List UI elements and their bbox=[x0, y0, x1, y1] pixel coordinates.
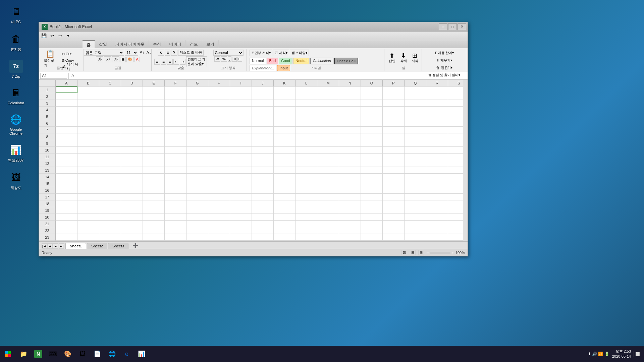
cell-F12[interactable] bbox=[165, 160, 186, 167]
cell-C16[interactable] bbox=[99, 187, 121, 194]
page-break-view-button[interactable]: ⊞ bbox=[418, 250, 424, 255]
cell-M9[interactable] bbox=[317, 140, 339, 147]
cell-P5[interactable] bbox=[383, 113, 405, 120]
cell-O11[interactable] bbox=[361, 154, 383, 160]
cell-N19[interactable] bbox=[339, 207, 361, 214]
cell-H20[interactable] bbox=[208, 214, 230, 221]
cell-G2[interactable] bbox=[186, 93, 208, 100]
col-header-O[interactable]: O bbox=[361, 80, 383, 86]
cell-H15[interactable] bbox=[208, 180, 230, 187]
cell-D6[interactable] bbox=[121, 120, 143, 127]
currency-button[interactable]: W bbox=[214, 56, 220, 62]
cell-I15[interactable] bbox=[230, 180, 252, 187]
cell-R3[interactable] bbox=[426, 100, 448, 107]
cell-M7[interactable] bbox=[317, 127, 339, 133]
cell-K7[interactable] bbox=[274, 127, 296, 133]
cell-A22[interactable] bbox=[56, 227, 77, 234]
cell-C4[interactable] bbox=[99, 107, 121, 113]
cell-O23[interactable] bbox=[361, 234, 383, 241]
cell-D22[interactable] bbox=[121, 227, 143, 234]
cell-B22[interactable] bbox=[77, 227, 99, 234]
cell-E3[interactable] bbox=[143, 100, 165, 107]
cell-L19[interactable] bbox=[296, 207, 317, 214]
cell-J15[interactable] bbox=[252, 180, 274, 187]
cell-K5[interactable] bbox=[274, 113, 296, 120]
cell-K6[interactable] bbox=[274, 120, 296, 127]
cell-H18[interactable] bbox=[208, 200, 230, 207]
cell-O14[interactable] bbox=[361, 174, 383, 180]
cell-N14[interactable] bbox=[339, 174, 361, 180]
cell-P2[interactable] bbox=[383, 93, 405, 100]
zoom-slider[interactable] bbox=[430, 252, 450, 254]
cell-P4[interactable] bbox=[383, 107, 405, 113]
cell-J17[interactable] bbox=[252, 194, 274, 200]
cell-R14[interactable] bbox=[426, 174, 448, 180]
cell-C20[interactable] bbox=[99, 214, 121, 221]
cell-J9[interactable] bbox=[252, 140, 274, 147]
cell-C13[interactable] bbox=[99, 167, 121, 174]
cell-K1[interactable] bbox=[274, 86, 296, 93]
tab-review[interactable]: 검토 bbox=[186, 40, 202, 48]
cell-C10[interactable] bbox=[99, 147, 121, 154]
cell-K8[interactable] bbox=[274, 133, 296, 140]
cell-N2[interactable] bbox=[339, 93, 361, 100]
taskbar-chrome2[interactable]: 🌐 bbox=[105, 346, 119, 362]
style-bad-button[interactable]: Bad bbox=[267, 58, 278, 64]
cell-I10[interactable] bbox=[230, 147, 252, 154]
cell-D20[interactable] bbox=[121, 214, 143, 221]
cell-C23[interactable] bbox=[99, 234, 121, 241]
cell-P8[interactable] bbox=[383, 133, 405, 140]
cell-B13[interactable] bbox=[77, 167, 99, 174]
cell-Q1[interactable] bbox=[405, 86, 426, 93]
cell-Q4[interactable] bbox=[405, 107, 426, 113]
cell-C8[interactable] bbox=[99, 133, 121, 140]
cell-K14[interactable] bbox=[274, 174, 296, 180]
normal-view-button[interactable]: ⊡ bbox=[401, 250, 407, 255]
cell-F15[interactable] bbox=[165, 180, 186, 187]
col-header-E[interactable]: E bbox=[143, 80, 165, 86]
cell-C3[interactable] bbox=[99, 100, 121, 107]
taskbar-excel2[interactable]: 📊 bbox=[134, 346, 149, 362]
cell-E17[interactable] bbox=[143, 194, 165, 200]
cell-J12[interactable] bbox=[252, 160, 274, 167]
cell-M20[interactable] bbox=[317, 214, 339, 221]
cell-N15[interactable] bbox=[339, 180, 361, 187]
cell-J18[interactable] bbox=[252, 200, 274, 207]
cell-S10[interactable] bbox=[448, 147, 463, 154]
col-header-G[interactable]: G bbox=[186, 80, 208, 86]
col-header-A[interactable]: A bbox=[56, 80, 77, 86]
cell-P12[interactable] bbox=[383, 160, 405, 167]
cell-F9[interactable] bbox=[165, 140, 186, 147]
cell-A20[interactable] bbox=[56, 214, 77, 221]
cell-F3[interactable] bbox=[165, 100, 186, 107]
desktop-icon-excel[interactable]: 📊 엑셀2007 bbox=[3, 142, 29, 164]
cell-J1[interactable] bbox=[252, 86, 274, 93]
add-sheet-button[interactable]: ➕ bbox=[130, 242, 140, 249]
cell-B14[interactable] bbox=[77, 174, 99, 180]
cell-J20[interactable] bbox=[252, 214, 274, 221]
cell-M8[interactable] bbox=[317, 133, 339, 140]
fill-color-button[interactable]: 🎨 bbox=[126, 57, 134, 62]
cell-I1[interactable] bbox=[230, 86, 252, 93]
cell-P11[interactable] bbox=[383, 154, 405, 160]
cell-G8[interactable] bbox=[186, 133, 208, 140]
cell-N8[interactable] bbox=[339, 133, 361, 140]
cell-F13[interactable] bbox=[165, 167, 186, 174]
undo-qa-button[interactable]: ↩ bbox=[48, 33, 56, 39]
desktop-icon-recycle[interactable]: 🗑 휴지통 bbox=[3, 31, 29, 53]
cell-J21[interactable] bbox=[252, 221, 274, 227]
cell-F1[interactable] bbox=[165, 86, 186, 93]
cell-Q17[interactable] bbox=[405, 194, 426, 200]
cell-S7[interactable] bbox=[448, 127, 463, 133]
format-cells-button[interactable]: ⊞ 서식 bbox=[410, 50, 420, 66]
cell-Q11[interactable] bbox=[405, 154, 426, 160]
cell-N10[interactable] bbox=[339, 147, 361, 154]
cell-M10[interactable] bbox=[317, 147, 339, 154]
cell-Q21[interactable] bbox=[405, 221, 426, 227]
cell-S8[interactable] bbox=[448, 133, 463, 140]
cell-M6[interactable] bbox=[317, 120, 339, 127]
cell-L6[interactable] bbox=[296, 120, 317, 127]
cell-A9[interactable] bbox=[56, 140, 77, 147]
conditional-format-button[interactable]: 조건부 서식▾ bbox=[250, 50, 272, 56]
cell-R23[interactable] bbox=[426, 234, 448, 241]
